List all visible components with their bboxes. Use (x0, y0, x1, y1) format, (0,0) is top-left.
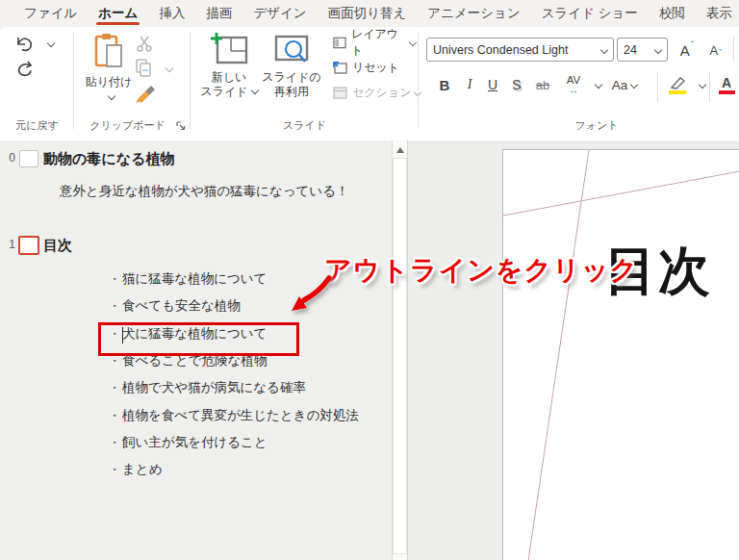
highlighter-pen-icon (669, 76, 686, 89)
outline-bullet-item[interactable]: ・まとめ (109, 461, 162, 478)
undo-icon (14, 36, 36, 53)
undo-dropdown-chevron[interactable] (47, 39, 55, 47)
outline-body-text[interactable]: 意外と身近な植物が犬や猫の猛毒になっている！ (60, 183, 348, 200)
reset-button[interactable]: リセット (333, 59, 416, 76)
bullet-marker: ・ (109, 298, 120, 315)
ribbon-tab-bar: ファイル ホーム 挿入 描画 デザイン 画面切り替え アニメーション スライド … (0, 0, 739, 27)
tab-home[interactable]: ホーム (88, 0, 148, 27)
font-color-swatch (719, 90, 735, 94)
slide-group: 新しい スライド スライドの 再利用 レイアウト (191, 27, 419, 140)
font-group-label: フォント (553, 118, 640, 133)
highlight-color-chevron[interactable] (699, 81, 706, 89)
outline-slide-thumbnail[interactable] (19, 150, 38, 167)
annotation-text: アウトラインをクリック (324, 252, 638, 289)
bold-button[interactable]: B (434, 73, 455, 96)
outline-bullet-item[interactable]: ・猫に猛毒な植物について (109, 270, 267, 288)
spacing-arrows: ↔ (569, 86, 578, 94)
reuse-slides-button[interactable] (268, 33, 316, 67)
character-spacing-chevron[interactable] (595, 81, 602, 89)
font-name-chevron (600, 45, 608, 53)
tab-review[interactable]: 校閲 (649, 0, 696, 27)
outline-bullet-item[interactable]: ・植物を食べて異変が生じたときの対処法 (109, 407, 359, 424)
tab-slideshow[interactable]: スライド ショー (531, 0, 649, 27)
copy-dropdown-chevron[interactable] (166, 64, 173, 72)
italic-button[interactable]: I (459, 73, 480, 96)
annotation-highlight-box (98, 322, 299, 356)
tab-design[interactable]: デザイン (242, 0, 317, 27)
font-name-combobox[interactable]: Univers Condensed Light (426, 38, 614, 62)
layout-chevron (409, 38, 417, 46)
mini-divider (733, 37, 734, 62)
underline-button[interactable]: U (482, 73, 503, 96)
format-painter-button[interactable] (134, 83, 157, 106)
paste-button[interactable] (88, 32, 130, 70)
change-case-chevron (630, 81, 638, 89)
copy-icon (135, 59, 152, 78)
outline-slide-title[interactable]: 動物の毒になる植物 (43, 150, 174, 168)
tab-transitions[interactable]: 画面切り替え (318, 0, 418, 27)
strikethrough-button[interactable]: ab (530, 73, 555, 96)
outline-scrollbar[interactable] (392, 140, 408, 560)
undo-button[interactable] (13, 34, 38, 55)
undo-group: 元に戻す (0, 27, 74, 140)
bullet-marker: ・ (109, 462, 120, 478)
outline-slide-thumbnail-selected[interactable] (18, 236, 39, 255)
annotation-arrow-icon (286, 272, 336, 317)
undo-group-label: 元に戻す (0, 118, 74, 133)
layout-icon (333, 37, 346, 49)
section-button[interactable]: セクション (333, 84, 425, 101)
character-spacing-button[interactable]: AV ↔ (559, 71, 588, 98)
shrink-caret: ˆ (719, 40, 722, 51)
bullet-marker: ・ (109, 435, 120, 451)
reuse-slides-icon (273, 34, 310, 66)
outline-bullet-item[interactable]: ・食べても安全な植物 (109, 297, 241, 315)
outline-slide-title[interactable]: 目次 (43, 237, 72, 255)
outline-slide-number: 0 (4, 151, 15, 165)
shrink-font-button[interactable]: A ˆ (703, 38, 728, 62)
highlight-color-button[interactable] (665, 71, 690, 98)
reuse-slides-label[interactable]: スライドの 再利用 (254, 70, 329, 99)
text-cursor (122, 327, 123, 344)
mini-divider (657, 71, 658, 102)
mini-divider (709, 71, 710, 102)
font-group: Univers Condensed Light 24 A ˆ A ˆ B I (419, 27, 739, 140)
slide-canvas[interactable]: 目次 (502, 149, 739, 560)
tab-view[interactable]: 表示 (696, 0, 739, 27)
tab-animations[interactable]: アニメーション (417, 0, 530, 27)
font-size-combobox[interactable]: 24 (617, 38, 668, 62)
redo-button[interactable] (13, 59, 38, 80)
scrollbar-thumb[interactable] (393, 158, 407, 554)
clipboard-dialog-launcher[interactable] (176, 121, 186, 131)
clipboard-group: 貼り付け (74, 27, 191, 140)
grow-caret: ˆ (691, 40, 694, 51)
bullet-marker: ・ (109, 380, 120, 396)
layout-button[interactable]: レイアウト (333, 34, 416, 51)
tab-file[interactable]: ファイル (13, 0, 88, 27)
slide-design-lines (503, 150, 739, 560)
font-size-chevron (654, 45, 662, 53)
section-icon (333, 87, 347, 99)
outline-slide-number: 1 (4, 238, 15, 251)
paste-dropdown-chevron[interactable] (108, 92, 115, 100)
tab-insert[interactable]: 挿入 (148, 0, 195, 27)
font-color-button[interactable]: A (715, 71, 738, 98)
new-slide-button[interactable] (202, 31, 256, 67)
format-painter-icon (135, 85, 156, 104)
ribbon-home: 元に戻す 貼り付け (0, 27, 739, 141)
paste-clipboard-icon (93, 33, 124, 69)
outline-bullet-item[interactable]: ・飼い主が気を付けること (109, 434, 268, 451)
text-shadow-button[interactable]: S (506, 73, 527, 96)
powerpoint-window: ファイル ホーム 挿入 描画 デザイン 画面切り替え アニメーション スライド … (0, 0, 739, 560)
active-tab-underline (96, 22, 140, 25)
slide-group-label: スライド (191, 118, 419, 133)
copy-button[interactable] (133, 58, 154, 79)
clipboard-group-label: クリップボード (74, 118, 191, 133)
tab-draw[interactable]: 描画 (195, 0, 242, 27)
change-case-button[interactable]: Aa (611, 73, 638, 96)
scrollbar-up-arrow[interactable] (396, 147, 404, 153)
highlight-color-swatch (669, 90, 686, 94)
grow-font-button[interactable]: A ˆ (675, 38, 700, 62)
bullet-marker: ・ (109, 408, 120, 424)
cut-button[interactable] (134, 34, 155, 53)
outline-bullet-item[interactable]: ・植物で犬や猫が病気になる確率 (109, 379, 306, 396)
